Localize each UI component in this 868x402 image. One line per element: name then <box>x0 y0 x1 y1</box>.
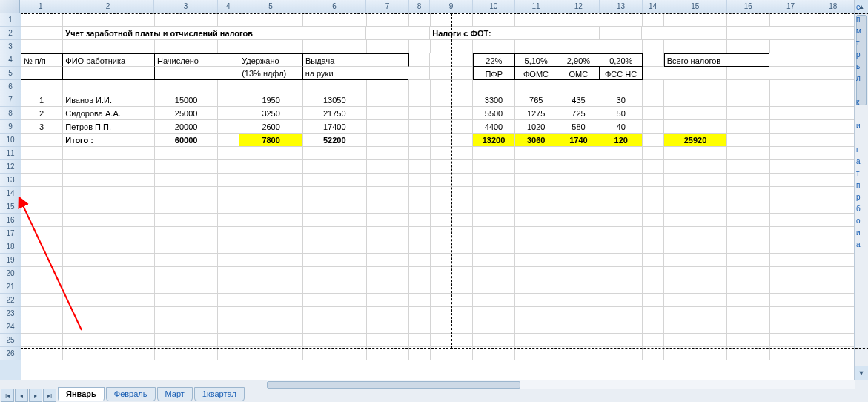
cell[interactable] <box>239 13 303 27</box>
hdr-vyd2[interactable]: на руки <box>303 67 409 80</box>
cell[interactable] <box>473 334 515 347</box>
cell[interactable] <box>431 80 473 93</box>
sheet-tab-Январь[interactable]: Январь <box>58 387 105 401</box>
hdr-uder2[interactable]: (13% ндфл) <box>239 67 303 80</box>
col-header-2[interactable]: 2 <box>62 0 154 13</box>
cell[interactable] <box>664 320 728 334</box>
cell[interactable] <box>770 134 812 147</box>
cell[interactable] <box>812 174 855 187</box>
cell[interactable] <box>515 227 557 240</box>
cell[interactable] <box>557 254 600 267</box>
cell[interactable] <box>727 347 769 360</box>
cell[interactable] <box>812 93 855 107</box>
cell[interactable] <box>155 240 219 254</box>
cell[interactable] <box>664 147 728 160</box>
cell[interactable] <box>515 280 557 294</box>
cell[interactable] <box>218 200 239 214</box>
cell[interactable] <box>63 174 155 187</box>
cell[interactable] <box>367 187 409 200</box>
cell[interactable] <box>727 227 769 240</box>
cell[interactable] <box>409 93 431 107</box>
cell[interactable] <box>409 107 431 120</box>
cell[interactable] <box>239 307 303 320</box>
cell[interactable] <box>63 334 155 347</box>
cell[interactable] <box>473 227 515 240</box>
row-header-21[interactable]: 21 <box>0 280 21 294</box>
cell[interactable] <box>557 13 600 27</box>
col-header-16[interactable]: 16 <box>727 0 769 13</box>
cell[interactable] <box>515 334 557 347</box>
cell[interactable] <box>303 227 367 240</box>
data-tax-3[interactable]: 30 <box>600 93 643 107</box>
data-ud[interactable]: 1950 <box>239 93 303 107</box>
cell[interactable] <box>727 214 769 227</box>
cell[interactable] <box>63 160 155 174</box>
cell[interactable] <box>303 267 367 280</box>
cell[interactable] <box>409 334 431 347</box>
col-header-11[interactable]: 11 <box>515 0 557 13</box>
cell[interactable] <box>155 307 219 320</box>
cell[interactable] <box>473 160 515 174</box>
cell[interactable] <box>367 93 409 107</box>
cell[interactable] <box>367 107 409 120</box>
data-tax-2[interactable]: 435 <box>557 93 600 107</box>
cell[interactable] <box>770 334 812 347</box>
cell[interactable] <box>727 240 769 254</box>
col-header-13[interactable]: 13 <box>600 0 642 13</box>
data-vy[interactable]: 13050 <box>303 93 367 107</box>
data-vy[interactable]: 21750 <box>303 107 367 120</box>
totals-all[interactable]: 25920 <box>664 134 728 147</box>
cell[interactable] <box>727 160 769 174</box>
row-header-15[interactable]: 15 <box>0 200 21 214</box>
cell[interactable] <box>63 40 155 53</box>
col-header-15[interactable]: 15 <box>663 0 727 13</box>
cell[interactable] <box>409 134 431 147</box>
cell[interactable] <box>600 240 643 254</box>
cell[interactable] <box>21 347 63 360</box>
cell[interactable] <box>303 254 367 267</box>
cell[interactable] <box>239 267 303 280</box>
cell[interactable] <box>557 280 600 294</box>
cell[interactable] <box>473 200 515 214</box>
cell[interactable] <box>643 174 664 187</box>
data-nach[interactable]: 25000 <box>155 107 219 120</box>
cell[interactable] <box>600 13 643 27</box>
cell[interactable] <box>303 347 367 360</box>
cell[interactable] <box>303 294 367 307</box>
cell[interactable] <box>664 40 728 53</box>
cell[interactable] <box>21 174 63 187</box>
cell[interactable] <box>727 147 769 160</box>
hdr-tax-pct-1[interactable]: 5,10% <box>515 53 557 67</box>
spreadsheet-grid[interactable]: Учет заработной платы и отчислений налог… <box>21 13 855 380</box>
cell[interactable] <box>600 307 643 320</box>
cell[interactable] <box>727 80 769 93</box>
cell[interactable] <box>812 307 855 320</box>
cell[interactable] <box>600 80 643 93</box>
cell[interactable] <box>473 320 515 334</box>
col-header-9[interactable]: 9 <box>430 0 472 13</box>
col-header-7[interactable]: 7 <box>366 0 408 13</box>
row-header-13[interactable]: 13 <box>0 174 21 187</box>
cell[interactable] <box>557 200 600 214</box>
row-header-9[interactable]: 9 <box>0 120 21 134</box>
col-header-12[interactable]: 12 <box>557 0 600 13</box>
cell[interactable] <box>409 267 431 280</box>
cell[interactable] <box>155 320 219 334</box>
row-header-4[interactable]: 4 <box>0 53 21 67</box>
cell[interactable] <box>239 214 303 227</box>
cell[interactable] <box>557 174 600 187</box>
cell[interactable] <box>812 294 855 307</box>
cell[interactable] <box>431 187 473 200</box>
cell[interactable] <box>600 320 643 334</box>
cell[interactable] <box>218 347 239 360</box>
cell[interactable] <box>473 347 515 360</box>
cell[interactable] <box>367 227 409 240</box>
cell[interactable] <box>643 107 664 120</box>
cell[interactable] <box>600 40 643 53</box>
hdr-fio[interactable]: ФИО работника <box>63 53 155 67</box>
cell[interactable] <box>770 174 812 187</box>
cell[interactable] <box>218 13 239 27</box>
cell[interactable] <box>218 320 239 334</box>
cell[interactable] <box>367 334 409 347</box>
cell[interactable] <box>239 254 303 267</box>
